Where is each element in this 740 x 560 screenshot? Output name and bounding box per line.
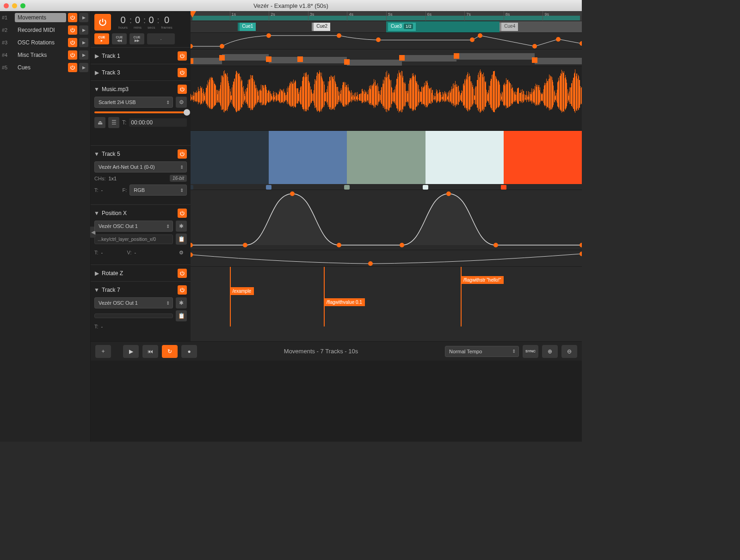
zoom-window-button[interactable] bbox=[20, 3, 25, 8]
color-block-0[interactable] bbox=[191, 131, 269, 184]
rotz-name[interactable]: Rotate Z bbox=[102, 270, 175, 277]
comp-item-1[interactable]: Recorded MIDI bbox=[15, 25, 66, 35]
music-power-button[interactable] bbox=[178, 85, 187, 94]
track5-format-select[interactable]: RGB bbox=[130, 185, 187, 196]
track7-power-button[interactable] bbox=[178, 285, 187, 295]
cue-marker-1[interactable]: Cue2 bbox=[312, 23, 330, 31]
comp-1-play-button[interactable]: ▶ bbox=[79, 25, 88, 35]
color-keyframe-2[interactable] bbox=[344, 185, 350, 190]
playhead[interactable] bbox=[191, 11, 196, 18]
close-window-button[interactable] bbox=[4, 3, 9, 8]
track5-power-button[interactable] bbox=[178, 149, 187, 159]
posx-settings-button[interactable]: ⚙ bbox=[176, 247, 187, 258]
rotz-power-button[interactable] bbox=[178, 269, 187, 278]
eject-button[interactable]: ⏏ bbox=[94, 117, 105, 128]
music-disclosure[interactable]: ▼ bbox=[94, 87, 99, 92]
list-button[interactable]: ☰ bbox=[108, 117, 119, 128]
color-block-1[interactable] bbox=[269, 131, 347, 184]
comp-4-play-button[interactable]: ▶ bbox=[79, 63, 88, 72]
track3-lane[interactable] bbox=[191, 49, 582, 66]
loop-button[interactable]: ↻ bbox=[162, 345, 178, 358]
track5-lane[interactable] bbox=[191, 130, 582, 190]
track1-power-button[interactable] bbox=[178, 51, 187, 61]
track7-lane[interactable]: /example/flagwithvalue 0.1/flagwithstr "… bbox=[191, 266, 582, 326]
posx-disclosure[interactable]: ▼ bbox=[94, 211, 99, 215]
track7-output-select[interactable]: Vezér OSC Out 1 bbox=[94, 297, 173, 308]
comp-3-play-button[interactable]: ▶ bbox=[79, 50, 88, 60]
color-keyframe-1[interactable] bbox=[266, 185, 271, 190]
color-keyframe-3[interactable] bbox=[423, 185, 428, 190]
volume-slider[interactable] bbox=[94, 111, 187, 113]
comp-4-power-button[interactable] bbox=[68, 63, 77, 72]
comp-0-power-button[interactable] bbox=[68, 13, 77, 22]
add-track-button[interactable]: ＋ bbox=[95, 345, 111, 358]
cue-jump-button[interactable]: CUE▸ bbox=[94, 33, 109, 44]
flag-label-0[interactable]: /example bbox=[230, 287, 254, 295]
music-lane[interactable] bbox=[191, 66, 582, 130]
play-button[interactable]: ▶ bbox=[123, 345, 139, 358]
posx-output-select[interactable]: Vezér OSC Out 1 bbox=[94, 221, 173, 232]
posx-learn-button[interactable]: ✱ bbox=[176, 221, 187, 232]
record-button[interactable]: ● bbox=[181, 345, 197, 358]
posx-name[interactable]: Position X bbox=[102, 210, 175, 216]
comp-0-play-button[interactable]: ▶ bbox=[79, 13, 88, 22]
track7-learn-button[interactable]: ✱ bbox=[176, 297, 187, 308]
color-keyframe-0[interactable] bbox=[191, 185, 193, 190]
track5-output-select[interactable]: Vezér Art-Net Out 1 (0-0) bbox=[94, 161, 187, 172]
track7-name[interactable]: Track 7 bbox=[102, 287, 175, 293]
track7-address-field[interactable] bbox=[94, 314, 173, 318]
cue-prev-button[interactable]: CUE◀◀ bbox=[112, 33, 127, 44]
track5-name[interactable]: Track 5 bbox=[102, 151, 175, 157]
comp-item-2[interactable]: OSC Rotations bbox=[15, 38, 66, 47]
flag-label-2[interactable]: /flagwithstr "hello!" bbox=[461, 276, 504, 284]
zoom-in-button[interactable]: ⊕ bbox=[542, 345, 558, 358]
cue-next-button[interactable]: CUE▶▶ bbox=[130, 33, 144, 44]
comp-item-4[interactable]: Cues bbox=[15, 63, 66, 72]
track5-channels[interactable]: 1x1 bbox=[108, 176, 167, 181]
comp-1-power-button[interactable] bbox=[68, 25, 77, 35]
rotz-lane[interactable] bbox=[191, 250, 582, 266]
track7-clipboard-button[interactable]: 📋 bbox=[176, 310, 187, 321]
flag-0[interactable] bbox=[230, 267, 231, 326]
minimize-window-button[interactable] bbox=[12, 3, 17, 8]
track3-name[interactable]: Track 3 bbox=[102, 69, 175, 76]
composition-power-button[interactable] bbox=[94, 14, 111, 31]
audio-settings-button[interactable]: ⚙ bbox=[176, 97, 187, 108]
posx-clipboard-button[interactable]: 📋 bbox=[176, 234, 187, 245]
posx-lane[interactable] bbox=[191, 190, 582, 250]
comp-2-play-button[interactable]: ▶ bbox=[79, 38, 88, 47]
track5-disclosure[interactable]: ▼ bbox=[94, 152, 99, 156]
flag-1[interactable] bbox=[324, 267, 325, 326]
color-block-3[interactable] bbox=[426, 131, 504, 184]
track3-power-button[interactable] bbox=[178, 68, 187, 77]
comp-item-3[interactable]: Misc Tracks bbox=[15, 50, 66, 60]
comp-index: #5 bbox=[2, 65, 13, 70]
comp-3-power-button[interactable] bbox=[68, 50, 77, 60]
music-name[interactable]: Music.mp3 bbox=[102, 86, 175, 92]
asterisk-icon: ✱ bbox=[179, 300, 184, 306]
cue-lane[interactable]: Cue1Cue2Cue31/2Cue4 bbox=[191, 21, 582, 32]
track1-name[interactable]: Track 1 bbox=[102, 53, 175, 59]
tempo-select[interactable]: Normal Tempo bbox=[445, 346, 519, 357]
zoom-out-button[interactable]: ⊖ bbox=[561, 345, 577, 358]
cue-marker-0[interactable]: Cue1 bbox=[238, 23, 256, 31]
comp-2-power-button[interactable] bbox=[68, 38, 77, 47]
posx-power-button[interactable] bbox=[178, 209, 187, 218]
track1-lane[interactable] bbox=[191, 32, 582, 49]
timeline-area[interactable]: 1s2s3s4s5s6s7s8s9s10 Cue1Cue2Cue31/2Cue4 bbox=[191, 11, 582, 341]
posx-address-field[interactable]: ...key/ctrl_layer_position_x/0 bbox=[94, 234, 173, 244]
bit-depth-toggle[interactable]: 16-bit bbox=[170, 175, 187, 182]
cue-marker-2[interactable]: Cue31/2 bbox=[386, 23, 416, 31]
color-block-2[interactable] bbox=[347, 131, 425, 184]
track7-disclosure[interactable]: ▼ bbox=[94, 288, 99, 292]
track3-disclosure[interactable]: ▶ bbox=[94, 70, 99, 75]
sync-button[interactable]: SYNC bbox=[523, 345, 538, 358]
time-ruler[interactable]: 1s2s3s4s5s6s7s8s9s10 bbox=[191, 11, 582, 21]
rotz-disclosure[interactable]: ▶ bbox=[94, 271, 99, 276]
color-block-4[interactable] bbox=[504, 131, 582, 184]
rewind-button[interactable]: ⏮ bbox=[142, 345, 158, 358]
flag-label-1[interactable]: /flagwithvalue 0.1 bbox=[324, 298, 365, 306]
comp-item-0[interactable]: Movements bbox=[15, 13, 66, 22]
audio-device-select[interactable]: Scarlett 2i4 USB bbox=[94, 97, 173, 108]
track1-disclosure[interactable]: ▶ bbox=[94, 54, 99, 58]
